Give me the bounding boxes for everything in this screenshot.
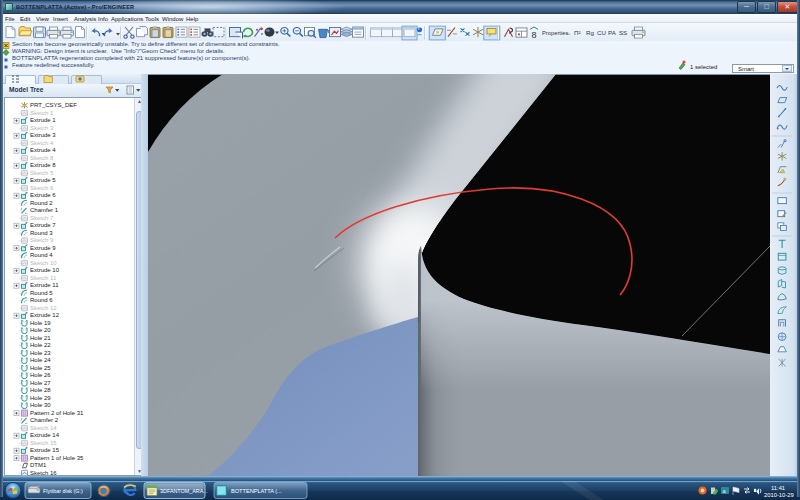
svg-text:BOTTENPLATTA (...: BOTTENPLATTA (...	[231, 488, 282, 494]
svg-text:3DFANTOM_ARA...: 3DFANTOM_ARA...	[160, 488, 208, 494]
svg-text:11:41: 11:41	[771, 485, 785, 491]
svg-text:8: 8	[531, 30, 536, 40]
svg-text:Rg: Rg	[586, 31, 594, 37]
svg-text:↔: ↔	[565, 31, 571, 37]
svg-text:PA: PA	[608, 31, 616, 37]
svg-text:2010-10-29: 2010-10-29	[764, 492, 794, 498]
svg-text:CU: CU	[597, 31, 606, 37]
svg-text:Π²: Π²	[574, 31, 581, 37]
svg-text:Flyttbar disk (G:): Flyttbar disk (G:)	[43, 488, 83, 494]
svg-text:SS: SS	[619, 31, 627, 37]
